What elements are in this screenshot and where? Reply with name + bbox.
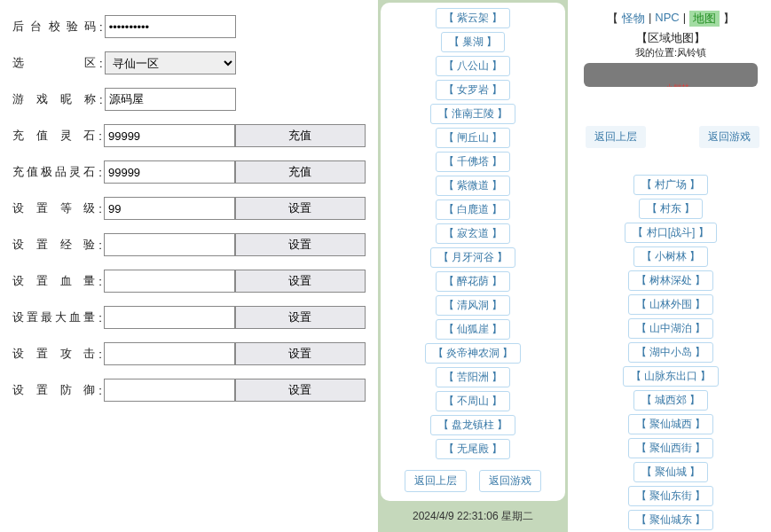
nick-label: 游戏昵称: [12, 91, 99, 107]
def-button[interactable]: 设置: [235, 379, 366, 402]
area-title: 【区域地图】: [584, 30, 758, 46]
hp-input[interactable]: [104, 270, 235, 293]
exp-input[interactable]: [104, 233, 235, 256]
level-button[interactable]: 设置: [235, 197, 366, 220]
maxhp-button[interactable]: 设置: [235, 306, 366, 329]
destination-link[interactable]: 【 聚仙城东 】: [628, 510, 714, 530]
exp-label: 设置经验: [12, 237, 98, 253]
mid-game-button[interactable]: 返回游戏: [479, 470, 541, 492]
destination-link[interactable]: 【 聚仙东街 】: [628, 486, 714, 506]
nick-input[interactable]: [105, 88, 236, 111]
location-link[interactable]: 【 女罗岩 】: [436, 80, 511, 100]
destination-link[interactable]: 【 村口[战斗] 】: [625, 223, 716, 243]
def-label: 设置防御: [12, 382, 98, 398]
destination-link[interactable]: 【 小树林 】: [633, 246, 709, 267]
location-link[interactable]: 【 清风洞 】: [436, 295, 511, 316]
tab-monster[interactable]: 怪物: [622, 11, 645, 27]
destination-link[interactable]: 【 山中湖泊 】: [628, 318, 714, 339]
tab-row: 【 怪物 | NPC | 地图 】: [584, 11, 758, 27]
location-panel: 【 紫云架 】【 巢湖 】【 八公山 】【 女罗岩 】【 淮南王陵 】【 闸丘山…: [378, 0, 568, 532]
tab-map[interactable]: 地图: [689, 11, 720, 27]
location-link[interactable]: 【 月牙河谷 】: [430, 247, 516, 268]
destination-link[interactable]: 【 聚仙西街 】: [628, 438, 714, 458]
location-link[interactable]: 【 仙狐崖 】: [436, 319, 511, 340]
destination-link[interactable]: 【 村广场 】: [633, 175, 709, 195]
destination-link[interactable]: 【 山林外围 】: [628, 294, 714, 315]
right-game-button[interactable]: 返回游戏: [699, 126, 759, 148]
map-marker-icon: 小树林: [665, 82, 689, 87]
hp-label: 设置血量: [12, 273, 98, 289]
level-input[interactable]: [104, 197, 235, 220]
maxhp-input[interactable]: [104, 306, 235, 329]
map-panel: 【 怪物 | NPC | 地图 】 【区域地图】 我的位置:风铃镇 小树林 村东…: [568, 0, 763, 532]
position-text: 我的位置:风铃镇: [584, 46, 758, 59]
stone-label: 充值灵石: [12, 128, 98, 144]
location-link[interactable]: 【 苦阳洲 】: [436, 367, 511, 387]
mini-map[interactable]: 小树林 村东: [584, 63, 758, 87]
location-link[interactable]: 【 炎帝神农洞 】: [425, 343, 522, 364]
location-link[interactable]: 【 淮南王陵 】: [430, 104, 516, 124]
level-label: 设置等级: [12, 200, 98, 216]
time-bar: 2024/4/9 22:31:06 星期二: [381, 504, 565, 529]
zone-label: 选 区: [12, 55, 99, 71]
atk-button[interactable]: 设置: [235, 342, 366, 365]
def-input[interactable]: [104, 379, 235, 402]
location-link[interactable]: 【 千佛塔 】: [436, 152, 511, 172]
location-link[interactable]: 【 盘龙镇柱 】: [430, 415, 516, 435]
destination-link[interactable]: 【 聚仙城西 】: [628, 414, 714, 434]
location-link[interactable]: 【 无尾殿 】: [436, 439, 511, 459]
destination-link[interactable]: 【 湖中小岛 】: [628, 342, 714, 363]
atk-label: 设置攻击: [12, 346, 98, 362]
admin-form-panel: 后台校验码: 选 区: 寻仙一区 游戏昵称: 充值灵石: 充值 充值极品灵石: …: [0, 0, 373, 532]
stone-button[interactable]: 充值: [235, 124, 366, 147]
location-link[interactable]: 【 寂玄道 】: [436, 223, 511, 244]
location-link[interactable]: 【 紫微道 】: [436, 176, 511, 196]
location-link[interactable]: 【 闸丘山 】: [436, 128, 511, 148]
destination-link[interactable]: 【 城西郊 】: [633, 390, 709, 411]
destination-link[interactable]: 【 树林深处 】: [628, 270, 714, 291]
location-link[interactable]: 【 不周山 】: [436, 391, 511, 411]
destination-link[interactable]: 【 山脉东出口 】: [623, 366, 720, 387]
location-link[interactable]: 【 紫云架 】: [436, 8, 511, 28]
location-link[interactable]: 【 醉花荫 】: [436, 271, 511, 292]
stone-input[interactable]: [104, 124, 235, 147]
destination-link[interactable]: 【 聚仙城 】: [633, 462, 709, 482]
destination-link[interactable]: 【 村东 】: [639, 199, 704, 219]
pstone-button[interactable]: 充值: [235, 160, 366, 184]
hp-button[interactable]: 设置: [235, 270, 366, 293]
right-back-button[interactable]: 返回上层: [586, 126, 646, 148]
verify-label: 后台校验码: [12, 19, 99, 35]
zone-select[interactable]: 寻仙一区: [105, 51, 236, 74]
pstone-label: 充值极品灵石: [12, 164, 98, 180]
verify-input[interactable]: [105, 15, 236, 38]
pstone-input[interactable]: [104, 160, 235, 184]
maxhp-label: 设置最大血量: [12, 309, 98, 325]
location-link[interactable]: 【 八公山 】: [436, 56, 511, 76]
exp-button[interactable]: 设置: [235, 233, 366, 256]
atk-input[interactable]: [104, 342, 235, 365]
mid-back-button[interactable]: 返回上层: [405, 470, 467, 492]
location-link[interactable]: 【 巢湖 】: [441, 32, 506, 52]
location-link[interactable]: 【 白鹿道 】: [436, 200, 511, 220]
tab-npc[interactable]: NPC: [655, 11, 679, 27]
